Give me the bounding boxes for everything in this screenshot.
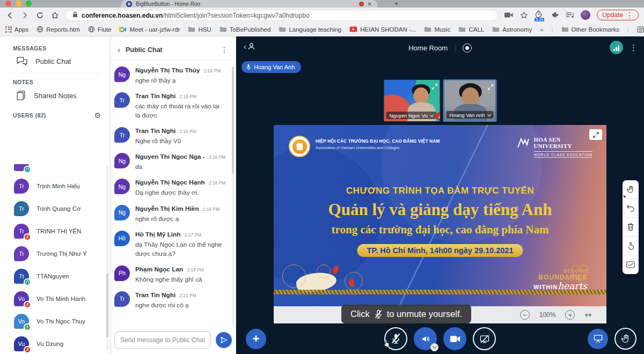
- chat-scrollbar[interactable]: [232, 67, 234, 325]
- reading-list[interactable]: Reading List: [637, 26, 644, 33]
- bookmark-item[interactable]: HEIAN SHODAN -...: [349, 26, 416, 33]
- screenshare-button[interactable]: [473, 327, 496, 350]
- raise-hand-button[interactable]: [614, 328, 636, 350]
- webcam-grid: Nguyen Ngoc Vu: [384, 79, 497, 122]
- chat-message: Tr Tran Tin Nghi2:21 PM nghe được rồi cô…: [114, 291, 229, 310]
- bookmark-item[interactable]: HSU: [188, 26, 211, 33]
- webcam-tile[interactable]: Nguyen Ngoc Vu: [384, 79, 441, 122]
- bookmark-item[interactable]: Astronomy: [492, 26, 532, 33]
- puzzle-extensions-icon[interactable]: [551, 11, 559, 19]
- globe-icon: [88, 26, 95, 33]
- user-list-item[interactable]: Tr TRỊNH THỊ YẾN: [0, 220, 110, 242]
- user-list-item[interactable]: Vo Vo Thi Minh Hanh: [0, 287, 110, 310]
- chat-avatar: Hồ: [114, 231, 130, 246]
- bookmark-item[interactable]: Meet - uar-jzfw-rdr: [119, 26, 180, 33]
- bookmark-item[interactable]: Music: [424, 26, 450, 33]
- undo-annotation-button[interactable]: [623, 199, 639, 218]
- close-window-button[interactable]: [5, 1, 11, 6]
- user-list-item[interactable]: Vu Vu Dzung: [0, 333, 110, 354]
- chat-bubbles-icon: [16, 56, 28, 66]
- webcam-name-label[interactable]: Nguyen Ngoc Vu: [386, 112, 436, 119]
- chat-message-input[interactable]: [114, 331, 211, 349]
- chat-message: Ng Nguyen Thi Ngoc Nga -2:16 PM da: [114, 153, 229, 172]
- bookmark-star-icon[interactable]: [519, 11, 528, 19]
- camera-allowed-icon[interactable]: [504, 11, 513, 19]
- address-bar[interactable]: conference.hoasen.edu.vn/html5client/joi…: [65, 10, 498, 21]
- user-avatar: Tr: [14, 179, 29, 194]
- bookmark-item[interactable]: Reports.htm: [36, 26, 80, 33]
- webcam-share-button[interactable]: [443, 327, 466, 350]
- pan-tool-button[interactable]: [623, 180, 639, 199]
- zoom-out-button[interactable]: −: [520, 310, 530, 320]
- restore-presentation-button[interactable]: [588, 329, 608, 349]
- bookmarks-overflow-chevron[interactable]: »: [540, 26, 543, 33]
- presentation-fullscreen-button[interactable]: [589, 129, 602, 140]
- browser-tab[interactable]: B BigBlueButton - Home Roo ✕: [121, 0, 377, 8]
- home-icon[interactable]: [50, 11, 59, 19]
- browser-menu-icon[interactable]: ⋮: [626, 11, 633, 19]
- webcam-fullscreen-icon[interactable]: [432, 82, 438, 92]
- chat-message: Hồ Hồ Thị Mỹ Linh2:17 PM dạ Thầy Ngọc La…: [114, 231, 229, 259]
- sidebar-item-shared-notes[interactable]: Shared Notes: [0, 85, 109, 106]
- user-list-item[interactable]: Tr Trịnh Quang Cơ: [0, 197, 110, 220]
- bookmark-item[interactable]: CALL: [458, 26, 484, 33]
- public-chat-panel: ‹ Public Chat ⋮ Ng Nguyễn Thị Thu Thủy2:…: [110, 36, 236, 354]
- clear-annotations-button[interactable]: [623, 218, 639, 237]
- user-list-item[interactable]: Vo Vo Thi Ngoc Thuy: [0, 310, 110, 333]
- bookmark-item[interactable]: Flute: [88, 26, 112, 33]
- options-menu-icon[interactable]: ⋮: [630, 43, 638, 53]
- lock-icon: [72, 10, 78, 20]
- browser-profile-avatar[interactable]: [581, 10, 590, 20]
- webcam-tile[interactable]: Hoang Van Anh: [443, 79, 497, 122]
- recording-indicator[interactable]: [463, 43, 472, 53]
- apps-shortcut[interactable]: Apps: [5, 26, 28, 33]
- person-icon: [247, 42, 255, 50]
- user-avatar: Vo: [14, 314, 29, 329]
- action-bar: +: [236, 324, 644, 354]
- user-list-item[interactable]: Tr Trịnh Minh Hiếu: [0, 175, 110, 197]
- userlist-scrollbar[interactable]: [106, 165, 108, 351]
- presentation-slide[interactable]: HIỆP HỘI CÁC TRƯỜNG ĐẠI HỌC, CAO ĐẲNG VI…: [274, 125, 606, 306]
- user-avatar: Vo: [14, 291, 29, 306]
- fit-width-button[interactable]: ↔: [584, 310, 591, 320]
- send-message-button[interactable]: [216, 332, 232, 348]
- extension-badge: 5.29: [535, 18, 544, 21]
- forward-icon[interactable]: [20, 11, 29, 19]
- user-list-item[interactable]: Tr Trương Thị Như Ý: [0, 242, 110, 265]
- back-icon[interactable]: [5, 11, 14, 19]
- muted-mic-icon: [374, 309, 383, 319]
- smart-tool-button[interactable]: [623, 255, 639, 274]
- chat-options-icon[interactable]: ⋮: [221, 46, 228, 54]
- zoom-level: 100%: [539, 311, 556, 319]
- bookmark-item[interactable]: ToBePublished: [219, 26, 271, 33]
- tab-title: BigBlueButton - Home Roo: [136, 1, 355, 7]
- hide-userlist-button[interactable]: ‹: [244, 42, 255, 51]
- reading-list-icon: [637, 26, 644, 33]
- manage-users-gear-icon[interactable]: ⚙: [94, 111, 101, 120]
- talking-indicator[interactable]: Hoang Van Anh: [241, 61, 301, 73]
- fullscreen-window-button[interactable]: [26, 1, 32, 6]
- multi-user-whiteboard-button[interactable]: [623, 237, 639, 255]
- chat-back-chevron[interactable]: ‹: [118, 45, 120, 54]
- main-area: ‹ Home Room | ⋮ Hoang Van Anh: [236, 36, 644, 354]
- user-list-item[interactable]: Tt TTANguyen: [0, 265, 110, 287]
- minimize-window-button[interactable]: [16, 1, 21, 6]
- zoom-in-button[interactable]: +: [565, 310, 575, 320]
- user-list-item[interactable]: [0, 164, 110, 175]
- new-tab-button[interactable]: +: [394, 0, 399, 8]
- connection-status-icon[interactable]: [610, 41, 623, 54]
- bookmark-item[interactable]: Language teaching: [279, 26, 341, 33]
- other-bookmarks[interactable]: Other Bookmarks: [561, 26, 619, 33]
- timer-extension-icon[interactable]: 5.29: [535, 10, 544, 20]
- reload-icon[interactable]: [35, 11, 44, 19]
- chrome-update-button[interactable]: Update ⋮: [597, 10, 639, 20]
- sidebar-item-public-chat[interactable]: Public Chat: [0, 51, 109, 71]
- playlist-extension-icon[interactable]: [566, 11, 574, 19]
- audio-button[interactable]: [414, 327, 437, 350]
- webcam-fullscreen-icon[interactable]: [488, 83, 494, 92]
- tab-close-icon[interactable]: ✕: [368, 1, 372, 7]
- audio-options-chevron[interactable]: [430, 343, 438, 351]
- divider: |: [454, 43, 456, 52]
- webcam-name-label[interactable]: Hoang Van Anh: [447, 111, 494, 119]
- actions-plus-button[interactable]: +: [246, 329, 266, 349]
